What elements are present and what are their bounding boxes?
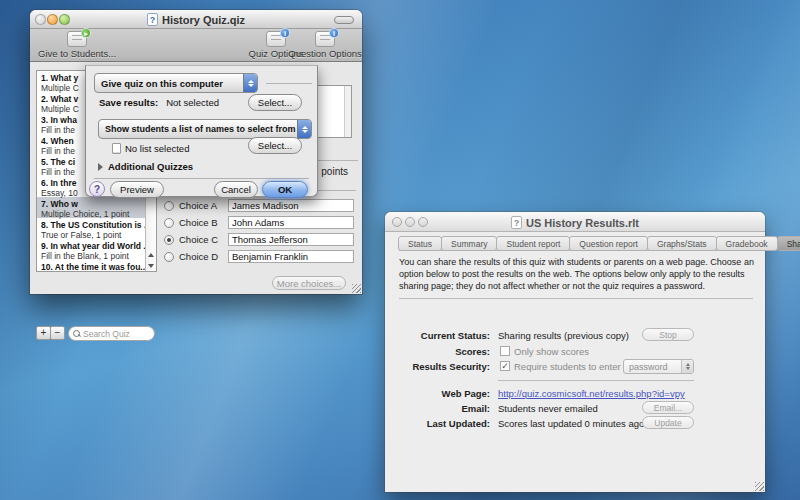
more-choices-button[interactable]: More choices...	[272, 276, 346, 290]
window-title: ? US History Results.rlt	[385, 216, 765, 229]
list-item[interactable]: 8. The US Constitution is ... True or Fa…	[37, 218, 156, 239]
results-web-link[interactable]: http://quiz.cosmicsoft.net/results.php?i…	[498, 388, 685, 399]
question-title: 10. At the time it was fou...	[41, 262, 152, 272]
separator	[399, 298, 753, 299]
select-results-button[interactable]: Select...	[248, 94, 302, 111]
save-results-row: Save results: Not selected	[99, 97, 219, 108]
window-title-text: US History Results.rlt	[526, 217, 639, 229]
list-item[interactable]: 10. At the time it was fou...	[37, 260, 156, 272]
question-options-icon: i	[315, 31, 335, 47]
stepper-icon	[297, 120, 311, 138]
choice-a-field[interactable]: James Madison	[228, 199, 354, 212]
names-list-popup-value: Show students a list of names to select …	[99, 124, 296, 134]
editor-scrollbar[interactable]	[344, 86, 351, 137]
desktop-background: ? History Quiz.qiz ▸ Give to Students...…	[0, 0, 800, 500]
tab-gradebook[interactable]: Gradebook	[716, 236, 778, 251]
results-titlebar[interactable]: ? US History Results.rlt	[385, 212, 765, 232]
separator	[498, 380, 694, 381]
radio-choice-d[interactable]	[164, 252, 174, 262]
only-show-scores-checkbox-label: Only show scores	[514, 346, 589, 357]
choice-d-label: Choice D	[179, 251, 223, 262]
info-badge-icon: i	[280, 28, 290, 38]
cancel-button[interactable]: Cancel	[214, 181, 258, 198]
additional-quizzes-disclosure[interactable]: Additional Quizzes	[98, 161, 193, 172]
give-to-students-label: Give to Students...	[38, 48, 116, 59]
question-title: 9. In what year did World ...	[41, 241, 152, 251]
radio-choice-b[interactable]	[164, 218, 174, 228]
radio-choice-c-selected[interactable]	[164, 235, 174, 245]
quiz-mode-popup[interactable]: Give quiz on this computer	[94, 73, 258, 93]
help-button[interactable]: ?	[89, 181, 105, 197]
tab-summary[interactable]: Summary	[441, 236, 497, 251]
ok-button[interactable]: OK	[262, 181, 308, 198]
select-list-button[interactable]: Select...	[248, 137, 302, 154]
results-window: ? US History Results.rlt Status Summary …	[385, 212, 765, 492]
give-to-students-button[interactable]: ▸ Give to Students...	[38, 31, 116, 59]
list-document-icon	[112, 143, 121, 154]
email-value: Students never emailed	[498, 403, 598, 414]
scroll-down-arrow-icon[interactable]	[146, 260, 156, 271]
choice-row-a: Choice A James Madison	[164, 198, 354, 213]
email-button[interactable]: Email...	[642, 401, 694, 414]
require-password-checkbox-checked[interactable]: ✓	[500, 361, 510, 371]
resize-handle[interactable]	[352, 284, 361, 293]
tab-student-report[interactable]: Student report	[496, 236, 570, 251]
list-item[interactable]: 9. In what year did World ... Fill in th…	[37, 239, 156, 260]
last-updated-label: Last Updated:	[385, 418, 490, 429]
quiz-titlebar[interactable]: ? History Quiz.qiz	[30, 10, 362, 29]
scores-label: Scores:	[385, 346, 490, 357]
results-tabbar: Status Summary Student report Question r…	[399, 236, 800, 251]
add-question-button[interactable]: +	[36, 326, 51, 340]
choice-b-field[interactable]: John Adams	[228, 216, 354, 229]
choice-a-label: Choice A	[179, 200, 223, 211]
window-title-text: History Quiz.qiz	[162, 14, 245, 26]
scroll-up-arrow-icon[interactable]	[146, 249, 156, 260]
choice-c-field[interactable]: Thomas Jefferson	[228, 233, 354, 246]
choice-d-field[interactable]: Benjamin Franklin	[228, 250, 354, 263]
stepper-icon	[681, 360, 693, 373]
current-status-label: Current Status:	[385, 330, 490, 341]
tab-graphs-stats[interactable]: Graphs/Stats	[647, 236, 717, 251]
question-options-button[interactable]: i Question Options	[290, 31, 360, 59]
password-popup[interactable]: password	[623, 359, 694, 374]
choice-b-label: Choice B	[179, 217, 223, 228]
tab-share[interactable]: Share	[777, 236, 800, 251]
quiz-options-icon: i	[266, 31, 286, 47]
remove-question-button[interactable]: −	[50, 326, 65, 340]
play-badge-icon: ▸	[81, 28, 91, 38]
current-status-value: Sharing results (previous copy)	[498, 330, 629, 341]
email-label: Email:	[385, 403, 490, 414]
question-options-label: Question Options	[288, 48, 361, 59]
give-quiz-sheet: Give quiz on this computer Save results:…	[85, 65, 318, 197]
additional-quizzes-label: Additional Quizzes	[108, 161, 193, 172]
separator	[266, 83, 312, 84]
resize-handle[interactable]	[755, 482, 764, 491]
quiz-window: ? History Quiz.qiz ▸ Give to Students...…	[30, 10, 362, 294]
question-title: 7. Who w	[41, 199, 152, 209]
no-list-label: No list selected	[125, 143, 189, 154]
question-title: 8. The US Constitution is ...	[41, 220, 152, 230]
radio-choice-a[interactable]	[164, 201, 174, 211]
stop-button[interactable]: Stop	[642, 328, 694, 341]
password-popup-value: password	[624, 362, 668, 372]
results-security-label: Results Security:	[385, 361, 490, 372]
separator	[94, 178, 309, 179]
save-results-label: Save results:	[99, 97, 158, 108]
preview-button[interactable]: Preview	[110, 181, 164, 198]
choice-row-c: Choice C Thomas Jefferson	[164, 232, 354, 247]
toolbar-toggle-pill[interactable]	[334, 16, 354, 24]
web-page-label: Web Page:	[385, 388, 490, 399]
results-doc-icon: ?	[511, 216, 522, 229]
tab-question-report[interactable]: Question report	[569, 236, 648, 251]
search-field[interactable]	[68, 326, 155, 341]
only-show-scores-checkbox[interactable]	[500, 346, 510, 356]
last-updated-value: Scores last updated 0 minutes ago	[498, 418, 644, 429]
update-button[interactable]: Update	[642, 416, 694, 429]
give-quiz-icon: ▸	[67, 31, 87, 47]
info-badge-icon: i	[329, 28, 339, 38]
list-item-selected[interactable]: 7. Who w Multiple Choice, 1 point	[37, 197, 156, 218]
names-list-popup[interactable]: Show students a list of names to select …	[98, 119, 312, 139]
quiz-mode-popup-value: Give quiz on this computer	[95, 78, 223, 89]
tab-status[interactable]: Status	[398, 236, 442, 251]
search-input[interactable]	[83, 329, 150, 339]
